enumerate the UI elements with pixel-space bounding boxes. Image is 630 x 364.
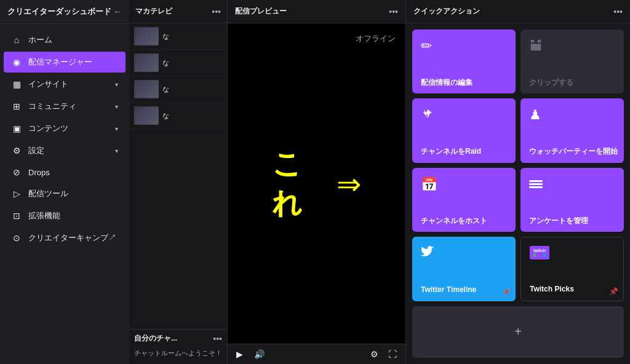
channel-list: な な な な — [129, 23, 227, 326]
preview-controls-right: ⚙ ⛶ — [368, 348, 399, 360]
card-label-poll: アンケートを管理 — [529, 216, 618, 226]
channel-thumbnail — [134, 80, 159, 98]
quick-card-raid[interactable]: チャンネルをRaid — [412, 98, 516, 162]
card-label-edit-stream: 配信情報の編集 — [421, 78, 509, 88]
community-icon: ⊞ — [11, 101, 22, 111]
quick-actions-more-button[interactable]: ••• — [613, 7, 623, 17]
sidebar-nav: ⌂ ホーム ◉ 配信マネージャー ▦ インサイト ▾ ⊞ コミュニティ ▾ ▣ … — [0, 24, 129, 254]
channel-item[interactable]: な — [129, 50, 227, 76]
channel-name: な — [162, 85, 222, 94]
watch-party-icon: ♟ — [529, 107, 618, 123]
channel-panel-header: マカテレビ ••• — [129, 0, 227, 23]
self-channel-chat: チャットルームへようこそ！ — [134, 346, 222, 360]
stream-tools-icon: ▷ — [11, 189, 22, 199]
preview-title: 配信プレビュー — [235, 6, 287, 17]
drops-icon: ⊘ — [11, 167, 22, 177]
preview-annotation: これ ⇒ — [272, 144, 361, 223]
pin-icon: 📌 — [609, 287, 618, 296]
channel-info: な — [162, 58, 222, 68]
quick-actions-title: クイックアクション — [413, 6, 480, 17]
clip-icon — [529, 38, 618, 55]
channel-info: な — [162, 85, 222, 94]
quick-actions-grid: ✏ 配信情報の編集 クリップする チャンネルをRaid ♟ ウォッチパー — [406, 23, 630, 364]
settings-icon: ⚙ — [11, 146, 22, 156]
card-label-twitter: Twitter Timeline — [421, 285, 509, 295]
sidebar-collapse-button[interactable]: ← — [113, 7, 122, 17]
preview-video-area: オフライン これ ⇒ — [228, 23, 405, 344]
poll-icon — [529, 176, 618, 192]
channel-thumbnail — [134, 27, 159, 46]
quick-card-poll[interactable]: アンケートを管理 — [520, 168, 624, 232]
quick-card-twitter[interactable]: Twitter Timeline 📌 — [412, 237, 516, 301]
raid-icon — [421, 107, 509, 124]
play-button[interactable]: ▶ — [234, 348, 245, 360]
sidebar-item-label: コンテンツ — [28, 123, 109, 134]
preview-more-button[interactable]: ••• — [389, 7, 398, 17]
self-channel-name: 自分のチャ... — [134, 333, 177, 344]
sidebar-item-stream-manager[interactable]: ◉ 配信マネージャー — [4, 52, 126, 73]
sidebar-item-label: ホーム — [28, 34, 118, 46]
card-label-host: チャンネルをホスト — [421, 216, 509, 226]
sidebar-item-content[interactable]: ▣ コンテンツ ▾ — [4, 118, 126, 139]
channel-info: な — [162, 111, 222, 121]
sidebar-item-label: Drops — [28, 168, 118, 177]
sidebar-item-label: インサイト — [28, 79, 109, 90]
host-icon: 📅 — [421, 176, 509, 192]
sidebar-item-home[interactable]: ⌂ ホーム — [4, 30, 126, 50]
quick-card-twitch-picks[interactable]: twitch Twitch Picks 📌 — [520, 237, 624, 301]
sidebar-item-label: 拡張機能 — [28, 210, 118, 221]
sidebar-item-stream-tools[interactable]: ▷ 配信ツール — [4, 183, 126, 204]
preview-controls: ▶ 🔊 ⚙ ⛶ — [228, 344, 405, 364]
card-label-clip: クリップする — [529, 78, 618, 88]
channel-name: な — [162, 58, 222, 68]
annotation-arrow: ⇒ — [337, 167, 361, 201]
quick-card-clip[interactable]: クリップする — [520, 30, 624, 93]
preview-panel: 配信プレビュー ••• オフライン これ ⇒ ▶ 🔊 ⚙ ⛶ — [228, 0, 406, 364]
channel-panel-more-button[interactable]: ••• — [212, 7, 221, 17]
sidebar-item-community[interactable]: ⊞ コミュニティ ▾ — [4, 96, 126, 117]
self-channel-more-button[interactable]: ••• — [213, 334, 222, 344]
channel-panel: マカテレビ ••• な な な — [129, 0, 228, 364]
chevron-down-icon: ▾ — [115, 103, 118, 110]
sidebar-item-drops[interactable]: ⊘ Drops — [4, 162, 126, 182]
card-label-raid: チャンネルをRaid — [421, 147, 509, 157]
annotation-text: これ — [272, 144, 330, 223]
channel-name: な — [162, 111, 222, 121]
card-label-twitch-picks: Twitch Picks — [530, 285, 617, 295]
channel-item[interactable]: な — [129, 23, 227, 50]
svg-rect-2 — [529, 180, 543, 182]
sidebar-item-settings[interactable]: ⚙ 設定 ▾ — [4, 140, 126, 161]
settings-icon: ⚙ — [370, 349, 378, 359]
volume-button[interactable]: 🔊 — [252, 348, 267, 360]
twitter-icon — [421, 245, 509, 263]
fullscreen-button[interactable]: ⛶ — [386, 348, 399, 360]
channel-item[interactable]: な — [129, 76, 227, 103]
creator-camp-icon: ⊙ — [11, 233, 22, 243]
sidebar-item-creator-camp[interactable]: ⊙ クリエイターキャンプ↗ — [4, 228, 126, 248]
card-label-watch-party: ウォッチパーティーを開始 — [529, 147, 618, 157]
chevron-down-icon: ▾ — [115, 81, 118, 88]
sidebar-title: クリエイターダッシュボード — [7, 6, 111, 17]
quick-card-edit-stream[interactable]: ✏ 配信情報の編集 — [412, 30, 516, 93]
content-icon: ▣ — [11, 124, 22, 133]
stream-manager-icon: ◉ — [11, 57, 22, 67]
channel-item[interactable]: な — [129, 103, 227, 129]
sidebar-header: クリエイターダッシュボード ← — [0, 0, 129, 24]
quick-add-card-button[interactable]: + — [412, 306, 624, 358]
fullscreen-icon: ⛶ — [388, 349, 397, 359]
chevron-down-icon: ▾ — [115, 125, 118, 132]
settings-button[interactable]: ⚙ — [368, 348, 381, 360]
quick-card-host[interactable]: 📅 チャンネルをホスト — [412, 168, 516, 232]
sidebar-item-label: 配信マネージャー — [28, 57, 118, 68]
channel-name: な — [162, 32, 222, 41]
channel-panel-title: マカテレビ — [135, 6, 172, 17]
sidebar-item-extensions[interactable]: ⊡ 拡張機能 — [4, 205, 126, 226]
quick-card-watch-party[interactable]: ♟ ウォッチパーティーを開始 — [520, 98, 624, 162]
svg-rect-4 — [529, 186, 543, 188]
sidebar-item-label: クリエイターキャンプ↗ — [28, 232, 118, 243]
sidebar-item-insights[interactable]: ▦ インサイト ▾ — [4, 74, 126, 95]
extensions-icon: ⊡ — [11, 211, 22, 221]
main-content: マカテレビ ••• な な な — [129, 0, 630, 364]
pin-icon: 📌 — [501, 288, 511, 296]
sidebar-item-label: 配信ツール — [28, 188, 118, 199]
